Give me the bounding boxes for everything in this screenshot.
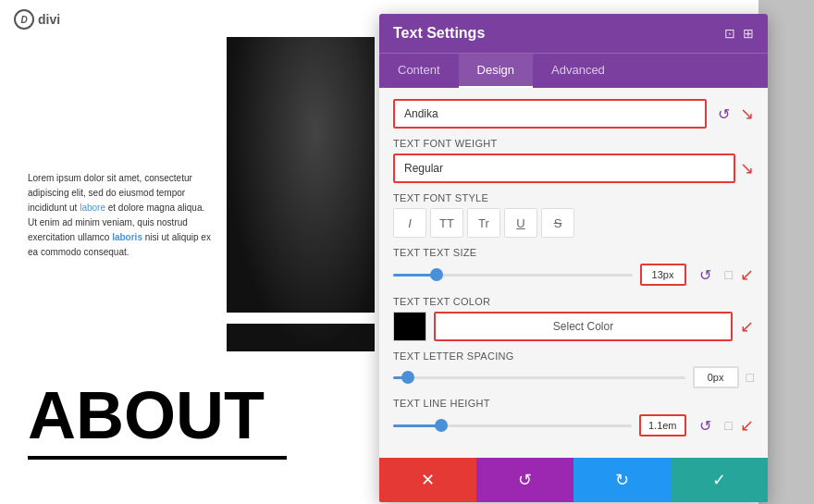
tab-content[interactable]: Content <box>379 54 459 88</box>
text-size-row: Text Text Size 13px ↺ □ ↙ <box>393 247 754 287</box>
text-settings-panel: Text Settings ⊡ ⊞ Content Design Advance… <box>379 14 768 502</box>
letter-spacing-slider-row: 0px □ <box>393 366 754 388</box>
font-select[interactable]: Andika Arial Verdana <box>393 99 707 129</box>
text-color-wrap: Select Color ↙ <box>393 312 754 341</box>
text-size-slider-row: 13px ↺ □ ↙ <box>393 263 754 287</box>
italic-button[interactable]: I <box>393 208 426 238</box>
cancel-button[interactable]: ✕ <box>379 458 476 502</box>
about-underline <box>28 456 287 460</box>
capitalize-button[interactable]: Tr <box>467 208 500 238</box>
tab-advanced[interactable]: Advanced <box>533 54 623 88</box>
font-weight-select[interactable]: Regular Bold Thin <box>393 154 735 183</box>
text-size-thumb[interactable] <box>430 268 443 281</box>
letter-spacing-value[interactable]: 0px <box>693 366 739 388</box>
font-weight-select-wrap: Regular Bold Thin ↘ <box>393 154 754 183</box>
confirm-button[interactable]: ✓ <box>671 458 768 502</box>
underline-button[interactable]: U <box>504 208 537 238</box>
strikethrough-button[interactable]: S <box>541 208 574 238</box>
line-height-arrow-annotation: ↙ <box>740 415 754 436</box>
text-size-device-icon[interactable]: □ <box>725 267 733 282</box>
line-height-row: Text Line Height 1.1em ↺ □ ↙ <box>393 398 754 437</box>
line-height-slider-row: 1.1em ↺ □ ↙ <box>393 413 754 437</box>
font-style-label: Text Font Style <box>393 192 754 203</box>
lorem-text: Lorem ipsum dolor sit amet, consectetur … <box>28 171 213 260</box>
text-color-label: Text Text Color <box>393 296 754 307</box>
line-height-device-icon[interactable]: □ <box>725 418 733 433</box>
text-size-label: Text Text Size <box>393 247 754 258</box>
letter-spacing-row: Text Letter Spacing 0px □ <box>393 350 754 388</box>
text-size-arrow-annotation: ↙ <box>740 264 754 285</box>
line-height-label: Text Line Height <box>393 398 754 409</box>
text-color-row: Text Text Color Select Color ↙ <box>393 296 754 341</box>
font-style-buttons: I TT Tr U S <box>393 208 754 238</box>
panel-footer: ✕ ↺ ↻ ✓ <box>379 458 768 502</box>
white-bar <box>227 313 375 324</box>
text-size-reset-button[interactable]: ↺ <box>694 263 718 287</box>
letter-spacing-device-icon[interactable]: □ <box>746 370 754 385</box>
text-size-track <box>393 274 633 277</box>
font-weight-label: Text Font Weight <box>393 138 754 149</box>
panel-tabs: Content Design Advanced <box>379 53 768 88</box>
font-weight-arrow-annotation: ↘ <box>740 158 754 178</box>
font-arrow-annotation: ↘ <box>740 104 754 124</box>
uppercase-button[interactable]: TT <box>430 208 463 238</box>
letter-spacing-track <box>393 376 685 379</box>
panel-body: Andika Arial Verdana ↺ ↘ Text Font Weigh… <box>379 88 768 458</box>
letter-spacing-label: Text Letter Spacing <box>393 350 754 362</box>
font-style-row: Text Font Style I TT Tr U S <box>393 192 754 238</box>
color-swatch[interactable] <box>393 312 426 341</box>
line-height-thumb[interactable] <box>435 419 448 432</box>
text-color-arrow-annotation: ↙ <box>740 316 754 337</box>
font-reset-button[interactable]: ↺ <box>711 102 735 126</box>
text-size-value[interactable]: 13px <box>640 264 686 286</box>
select-color-button[interactable]: Select Color <box>434 312 733 341</box>
panel-title: Text Settings <box>393 25 485 42</box>
columns-icon[interactable]: ⊞ <box>743 26 754 41</box>
line-height-value[interactable]: 1.1em <box>639 414 686 436</box>
divi-logo: D divi <box>14 9 60 30</box>
font-select-wrap: Andika Arial Verdana ↺ ↘ <box>393 99 754 129</box>
font-setting-row: Andika Arial Verdana ↺ ↘ <box>393 99 754 129</box>
panel-header: Text Settings ⊡ ⊞ <box>379 14 768 53</box>
background-image <box>227 37 375 351</box>
tab-design[interactable]: Design <box>459 54 533 88</box>
reset-button[interactable]: ↺ <box>476 458 574 502</box>
expand-icon[interactable]: ⊡ <box>724 26 735 41</box>
line-height-reset-button[interactable]: ↺ <box>694 413 718 437</box>
divi-logo-circle: D <box>14 9 34 30</box>
about-heading: ABOUT <box>28 382 265 449</box>
redo-button[interactable]: ↻ <box>574 458 671 502</box>
panel-header-icons: ⊡ ⊞ <box>724 26 754 41</box>
line-height-track <box>393 424 632 427</box>
font-weight-row: Text Font Weight Regular Bold Thin ↘ <box>393 138 754 183</box>
letter-spacing-thumb[interactable] <box>401 371 414 384</box>
